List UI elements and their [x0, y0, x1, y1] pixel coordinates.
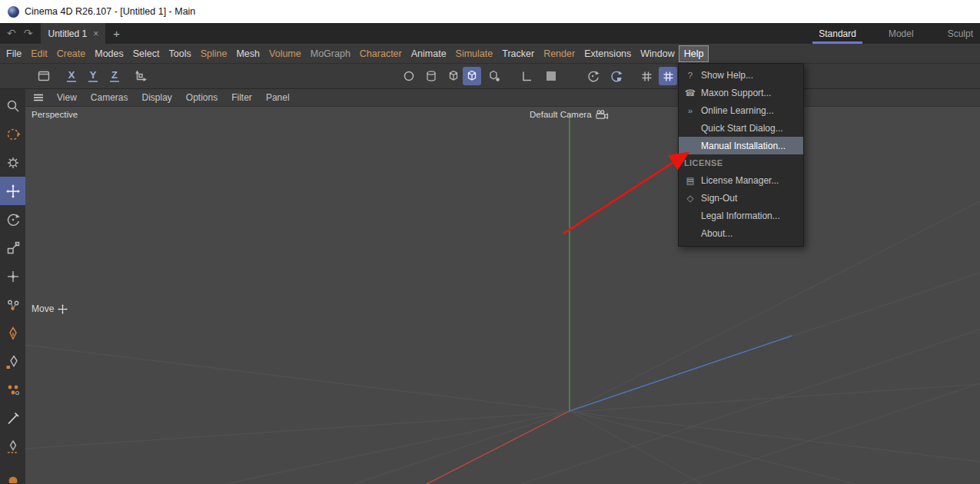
viewport-3d[interactable]: Perspective Default Camera Move [25, 107, 980, 484]
snap-tool-icon[interactable] [0, 290, 25, 319]
layout-standard[interactable]: Standard [812, 23, 862, 44]
help-menu-sign-out[interactable]: ◇ Sign-Out [679, 189, 803, 207]
perspective-label[interactable]: Perspective [32, 110, 78, 119]
clipped-tool-icon[interactable] [0, 461, 25, 484]
model-mode-icon[interactable] [463, 67, 481, 85]
menu-item-help[interactable]: Help [679, 46, 709, 61]
layout-switcher: Standard Model Sculpt [812, 23, 980, 44]
tab-row: ↶ ↷ Untitled 1 × + Standard Model Sculpt [0, 23, 980, 44]
learning-icon: » [683, 106, 697, 115]
question-icon: ? [683, 71, 697, 80]
viewport-menu-cameras[interactable]: Cameras [84, 92, 135, 103]
viewport-menu-options[interactable]: Options [179, 92, 224, 103]
pen-tool-icon[interactable] [0, 319, 25, 347]
points-paint-tool-icon[interactable] [0, 376, 25, 404]
snap-rotate-icon[interactable] [606, 67, 625, 85]
default-camera-label[interactable]: Default Camera [530, 110, 610, 119]
knife-tool-icon[interactable] [0, 404, 25, 433]
texture-mode-icon[interactable] [485, 67, 503, 85]
gear-tool-icon[interactable] [0, 148, 25, 177]
menu-item-create[interactable]: Create [52, 46, 91, 61]
move-tool-icon[interactable] [0, 177, 25, 205]
document-icon: ▤ [683, 175, 697, 186]
menu-item-window[interactable]: Window [636, 46, 679, 61]
menu-bar: File Edit Create Modes Select Tools Spli… [0, 44, 980, 64]
grid-icon[interactable] [637, 67, 656, 85]
viewport-menu-panel[interactable]: Panel [259, 92, 297, 103]
active-tool-label: Move [32, 303, 68, 314]
layout-sculpt[interactable]: Sculpt [942, 23, 979, 44]
cinema4d-logo-icon [8, 6, 19, 18]
main-toolbar: X Y Z [0, 64, 980, 89]
help-menu-about[interactable]: About... [679, 224, 803, 242]
points-mode-icon[interactable] [400, 67, 418, 85]
menu-item-edit[interactable]: Edit [26, 46, 52, 61]
move-icon [58, 304, 68, 314]
axis-y-button[interactable]: Y [84, 68, 102, 85]
viewport-menu-display[interactable]: Display [135, 92, 178, 103]
menu-item-extensions[interactable]: Extensions [580, 46, 636, 61]
help-menu-online-learning[interactable]: » Online Learning... [679, 101, 803, 119]
menu-item-modes[interactable]: Modes [90, 46, 128, 61]
layout-model[interactable]: Model [882, 23, 920, 44]
menu-item-mesh[interactable]: Mesh [231, 46, 264, 61]
x-axis [427, 411, 570, 484]
help-menu-manual-installation[interactable]: Manual Installation... [679, 137, 803, 154]
help-menu-show-help[interactable]: ? Show Help... [679, 66, 803, 84]
help-dropdown-menu: ? Show Help... ☎ Maxon Support... » Onli… [678, 63, 804, 247]
help-menu-license-manager[interactable]: ▤ License Manager... [679, 171, 803, 189]
viewport-menu-view[interactable]: View [50, 92, 84, 103]
menu-item-mograph[interactable]: MoGraph [306, 46, 355, 61]
phone-icon: ☎ [683, 88, 697, 98]
viewport-menu-filter[interactable]: Filter [224, 92, 259, 103]
menu-item-file[interactable]: File [2, 46, 26, 61]
menu-item-simulate[interactable]: Simulate [451, 46, 498, 61]
window-layout-icon[interactable] [35, 67, 53, 85]
axis-x-button[interactable]: X [62, 68, 81, 85]
rotate-tool-icon[interactable] [0, 205, 25, 234]
undo-icon[interactable]: ↶ [3, 23, 20, 44]
spline-pen-tool-icon[interactable] [0, 433, 25, 461]
viewport-hamburger-icon[interactable] [25, 93, 50, 102]
document-tab[interactable]: Untitled 1 × [41, 23, 105, 44]
document-tab-label: Untitled 1 [48, 28, 87, 39]
edges-mode-icon[interactable] [422, 67, 440, 85]
title-bar: Cinema 4D R26.107 - [Untitled 1] - Main [0, 0, 980, 23]
redo-icon[interactable]: ↷ [20, 23, 37, 44]
snap-grid-icon[interactable] [659, 67, 677, 85]
window-title: Cinema 4D R26.107 - [Untitled 1] - Main [25, 6, 195, 17]
scale-tool-icon[interactable] [0, 234, 25, 262]
axis-lock-icon[interactable] [517, 67, 536, 85]
menu-item-spline[interactable]: Spline [196, 46, 232, 61]
license-section-header: LICENSE [679, 154, 803, 171]
new-tab-button[interactable]: + [105, 27, 128, 40]
rotate-view-icon[interactable] [583, 67, 602, 85]
menu-item-animate[interactable]: Animate [407, 46, 451, 61]
sketch-tool-icon[interactable] [0, 347, 25, 376]
menu-item-render[interactable]: Render [539, 46, 580, 61]
help-menu-quick-start-dialog[interactable]: Quick Start Dialog... [679, 119, 803, 137]
menu-item-character[interactable]: Character [355, 46, 407, 61]
help-menu-legal-information[interactable]: Legal Information... [679, 207, 803, 224]
menu-item-tracker[interactable]: Tracker [497, 46, 539, 61]
axis-move-tool-icon[interactable] [0, 262, 25, 290]
orbit-tool-icon[interactable] [0, 120, 25, 148]
menu-item-tools[interactable]: Tools [164, 46, 196, 61]
menu-item-volume[interactable]: Volume [264, 46, 306, 61]
zoom-tool-icon[interactable] [0, 91, 25, 120]
camera-icon [596, 110, 610, 119]
tool-palette [0, 89, 26, 484]
axis-z-button[interactable]: Z [105, 68, 124, 85]
coordinate-system-icon[interactable] [131, 67, 150, 85]
menu-item-select[interactable]: Select [128, 46, 164, 61]
help-menu-maxon-support[interactable]: ☎ Maxon Support... [679, 84, 803, 101]
polygons-mode-icon[interactable] [444, 67, 463, 85]
workplane-icon[interactable] [542, 67, 560, 85]
tab-close-icon[interactable]: × [93, 28, 98, 39]
viewport-grid [25, 107, 980, 484]
viewport-menu-bar: View Cameras Display Options Filter Pane… [25, 89, 980, 107]
z-axis [570, 336, 792, 411]
signout-icon: ◇ [683, 193, 697, 204]
